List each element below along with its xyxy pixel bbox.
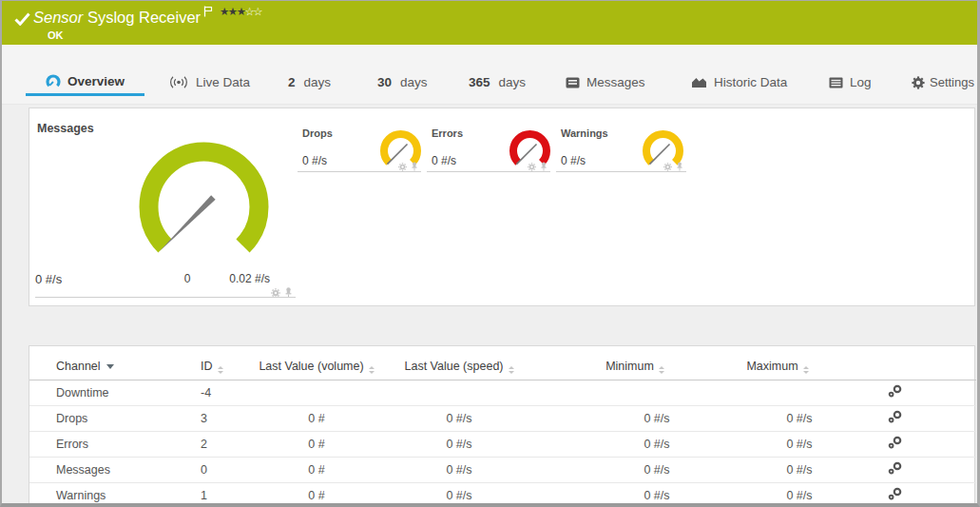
errors-gauge-title: Errors [432,127,463,139]
errors-gauge-value: 0 #/s [432,154,456,167]
cell-channel[interactable]: Downtime [29,380,199,405]
messages-icon [566,77,580,88]
col-header-id[interactable]: ID [199,346,256,380]
cell-speed: 0 #/s [377,431,541,457]
cell-id: 1 [199,482,256,507]
primary-gauge [134,137,277,256]
tab-historic-data[interactable]: Historic Data [691,68,787,96]
channel-settings-icon[interactable] [888,436,903,449]
gauge-pin-icon[interactable] [540,162,548,171]
cell-min: 0 #/s [541,482,729,507]
cell-max: 0 #/s [729,431,826,457]
sort-desc-icon [106,364,114,369]
cell-vol [256,380,377,405]
cell-id: 2 [199,431,256,457]
gauge-settings-icon[interactable] [271,288,280,298]
warnings-gauge-value: 0 #/s [561,154,586,167]
tab-overview[interactable]: Overview [26,68,144,96]
channels-table: Channel ID Last Value (volume) Last Valu… [29,346,976,507]
cell-min [541,380,729,405]
warnings-gauge-title: Warnings [561,127,608,139]
col-header-maximum[interactable]: Maximum [729,346,826,380]
tab-30-days[interactable]: 30days [377,68,428,96]
gauge-settings-icon[interactable] [663,163,672,171]
status-badge: OK [48,29,64,41]
cell-min: 0 #/s [541,405,729,431]
col-header-minimum[interactable]: Minimum [541,346,729,380]
channels-panel: Channel ID Last Value (volume) Last Valu… [29,345,975,507]
sensor-header: Sensor Syslog Receiver ★★★☆☆ OK [2,1,977,45]
cell-max: 0 #/s [729,457,826,482]
gauge-pin-icon[interactable] [411,162,418,171]
gauge-pin-icon[interactable] [676,162,683,171]
channel-settings-cell [826,380,976,405]
channel-settings-cell [826,482,976,507]
cell-max: 0 #/s [729,405,826,431]
gauge-settings-icon[interactable] [528,163,536,171]
chart-icon [691,76,707,88]
priority-stars[interactable]: ★★★☆☆ [220,5,261,18]
gauges-panel: Messages 0 #/s 0 0.02 #/s Drops 0 #/s [29,107,975,306]
tab-365-days[interactable]: 365days [469,68,526,96]
sort-icon [803,366,809,374]
tab-bar: Overview Live Data 2days 30days 365days … [2,45,977,105]
gear-icon [912,76,925,89]
star-empty-icon[interactable]: ☆ [253,5,261,18]
status-ok-icon [14,12,30,26]
channel-settings-icon[interactable] [888,487,903,500]
gauge-drops: Drops 0 #/s [298,127,421,172]
log-icon [829,77,843,88]
gauge-warnings: Warnings 0 #/s [556,127,686,172]
page-title: Sensor Syslog Receiver [33,9,213,27]
flag-icon[interactable] [203,6,213,17]
tab-2-days[interactable]: 2days [288,68,331,96]
channel-settings-icon[interactable] [888,384,903,398]
primary-gauge-value: 0 #/s [35,272,62,286]
tab-live-data[interactable]: Live Data [168,68,250,96]
cell-speed [377,380,541,405]
prtg-window: Sensor Syslog Receiver ★★★☆☆ OK Overview… [0,0,980,507]
channel-settings-icon[interactable] [888,410,903,423]
tab-log[interactable]: Log [829,68,872,96]
drops-gauge-value: 0 #/s [302,154,327,167]
gauge-settings-icon[interactable] [398,163,407,171]
cell-channel[interactable]: Drops [29,405,199,431]
drops-gauge-title: Drops [302,127,333,139]
channel-settings-cell [826,405,976,431]
sensor-name: Syslog Receiver [87,9,201,26]
cell-vol: 0 # [256,457,377,482]
tab-settings[interactable]: Settings [912,68,974,96]
cell-channel[interactable]: Messages [29,457,199,482]
sort-icon [218,366,223,374]
cell-id: 0 [199,457,256,482]
broadcast-icon [168,76,189,88]
cell-min: 0 #/s [541,457,729,482]
cell-channel[interactable]: Warnings [29,482,199,507]
channel-settings-icon[interactable] [888,461,903,475]
cell-max [729,380,826,405]
star-filled-icon[interactable]: ★ [228,5,237,18]
divider [35,297,296,298]
channel-settings-cell [826,457,976,482]
sort-icon [369,366,375,374]
col-header-last-value-speed[interactable]: Last Value (speed) [377,346,541,380]
gauge-errors: Errors 0 #/s [427,127,550,172]
sensor-kind-label: Sensor [33,9,83,26]
cell-min: 0 #/s [541,431,729,457]
table-row: Downtime-4 [29,380,976,405]
cell-max: 0 #/s [729,482,826,507]
cell-channel[interactable]: Errors [29,431,199,457]
star-empty-icon[interactable]: ☆ [244,5,253,18]
col-header-channel[interactable]: Channel [29,346,199,380]
col-header-last-value-volume[interactable]: Last Value (volume) [256,346,377,380]
channel-settings-cell [826,431,976,457]
sort-icon [509,366,514,374]
table-header-row: Channel ID Last Value (volume) Last Valu… [29,346,976,380]
star-filled-icon[interactable]: ★ [220,5,228,18]
primary-gauge-min: 0 [178,272,197,285]
tab-messages[interactable]: Messages [566,68,645,96]
primary-gauge-title: Messages [37,122,94,135]
gauge-icon [46,74,61,88]
cell-speed: 0 #/s [377,457,541,482]
cell-id: -4 [199,380,256,405]
